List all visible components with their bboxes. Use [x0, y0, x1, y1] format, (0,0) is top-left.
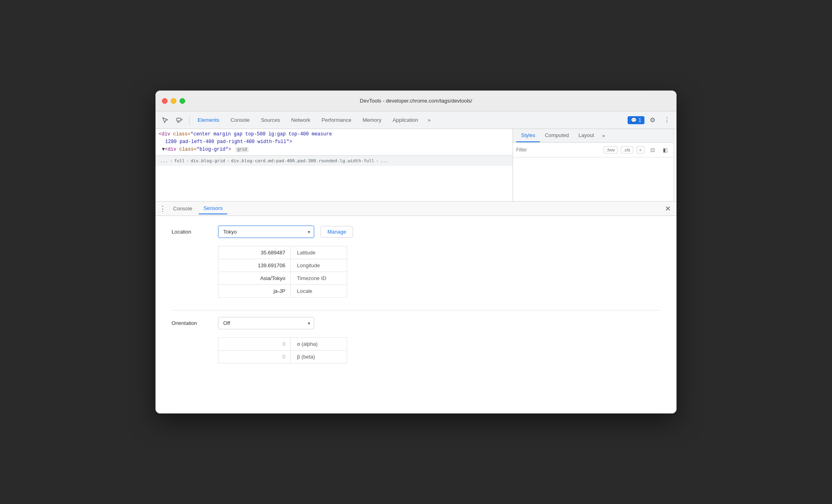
tab-styles[interactable]: Styles — [516, 129, 540, 142]
latitude-value: 35.689487 — [218, 246, 291, 259]
devtools-toolbar: Elements Console Sources Network Perform… — [155, 111, 677, 129]
locale-value: ja-JP — [218, 285, 291, 297]
latitude-row: 35.689487 Latitude — [218, 246, 347, 259]
timezone-label: Timezone ID — [291, 272, 347, 284]
tab-network[interactable]: Network — [287, 115, 315, 125]
title-bar: DevTools - developer.chrome.com/tags/dev… — [155, 91, 677, 111]
alpha-label: α (alpha) — [291, 338, 347, 350]
toggle-sidebar-icon[interactable]: ◧ — [660, 145, 670, 155]
tab-layout[interactable]: Layout — [574, 129, 599, 142]
orientation-select[interactable]: Off Portrait Primary Portrait Secondary … — [218, 317, 314, 329]
sensors-content: Location No override Berlin London Mumba… — [155, 216, 677, 413]
location-label: Location — [172, 229, 212, 235]
dom-line-2: 1280 pad-left-400 pad-right-400 width-fu… — [159, 138, 509, 146]
location-row: Location No override Berlin London Mumba… — [172, 226, 660, 238]
drawer-tab-console[interactable]: Console — [168, 203, 197, 214]
styles-tabs: Styles Computed Layout » — [513, 129, 673, 143]
tab-computed[interactable]: Computed — [540, 129, 574, 142]
longitude-value: 139.691706 — [218, 259, 291, 272]
dom-panel: <div class="center margin gap top-500 lg… — [155, 129, 513, 201]
dom-content: <div class="center margin gap top-500 lg… — [155, 129, 513, 155]
timezone-value: Asia/Tokyo — [218, 272, 291, 284]
locale-row: ja-JP Locale — [218, 284, 347, 298]
tab-performance[interactable]: Performance — [317, 115, 356, 125]
minimize-button[interactable] — [171, 98, 176, 104]
tab-sources[interactable]: Sources — [256, 115, 285, 125]
scrollbar-track[interactable] — [673, 129, 677, 201]
add-style-rule-icon[interactable]: + — [636, 146, 644, 153]
chat-count: 1 — [638, 117, 641, 123]
breadcrumb-end-dots[interactable]: ... — [380, 158, 388, 163]
tab-console[interactable]: Console — [226, 115, 254, 125]
copy-styles-icon[interactable]: ⊡ — [648, 145, 657, 155]
locale-label: Locale — [291, 285, 347, 297]
close-drawer-button[interactable]: ✕ — [662, 203, 673, 214]
cls-button[interactable]: .cls — [621, 146, 633, 153]
orientation-row: Orientation Off Portrait Primary Portrai… — [172, 317, 660, 329]
tab-memory[interactable]: Memory — [358, 115, 386, 125]
longitude-label: Longitude — [291, 259, 347, 272]
breadcrumb-full[interactable]: full — [174, 158, 185, 163]
latitude-label: Latitude — [291, 246, 347, 259]
devtools-window: DevTools - developer.chrome.com/tags/dev… — [155, 91, 677, 413]
window-title: DevTools - developer.chrome.com/tags/dev… — [360, 98, 472, 104]
dom-tag: <div — [159, 131, 173, 137]
styles-panel: Styles Computed Layout » :hov .cls + ⊡ ◧ — [513, 129, 673, 201]
svg-rect-0 — [177, 118, 181, 121]
styles-filter-bar: :hov .cls + ⊡ ◧ — [513, 143, 673, 157]
alpha-row: 0 α (alpha) — [218, 337, 347, 351]
orientation-section: Orientation Off Portrait Primary Portrai… — [172, 317, 660, 363]
settings-icon[interactable]: ⚙ — [646, 114, 659, 127]
dom-line-3: ▼<div class="blog-grid"> grid — [159, 146, 509, 153]
element-picker-icon[interactable] — [159, 114, 172, 127]
location-fields-grid: 35.689487 Latitude 139.691706 Longitude … — [218, 246, 347, 297]
section-divider — [172, 310, 660, 310]
fullscreen-button[interactable] — [180, 98, 185, 104]
timezone-row: Asia/Tokyo Timezone ID — [218, 272, 347, 285]
hov-button[interactable]: :hov — [604, 146, 618, 153]
toolbar-separator-1 — [189, 115, 190, 125]
location-section: Location No override Berlin London Mumba… — [172, 226, 660, 297]
more-tabs-icon[interactable]: » — [424, 115, 434, 125]
orientation-label: Orientation — [172, 320, 212, 326]
manage-button[interactable]: Manage — [321, 226, 353, 238]
svg-rect-1 — [182, 119, 182, 120]
tab-application[interactable]: Application — [388, 115, 423, 125]
longitude-row: 139.691706 Longitude — [218, 259, 347, 272]
breadcrumb-blog-card[interactable]: div.blog-card.md:pad-400.pad-300.rounded… — [231, 158, 374, 163]
location-select[interactable]: No override Berlin London Mumbai San Fra… — [218, 226, 314, 238]
chat-icon: 💬 — [631, 117, 637, 123]
styles-more-icon[interactable]: » — [599, 131, 608, 140]
dom-line-1: <div class="center margin gap top-500 lg… — [159, 131, 509, 138]
breadcrumb-blog-grid[interactable]: div.blog-grid — [191, 158, 225, 163]
breadcrumb: ... › full › div.blog-grid › div.blog-ca… — [155, 155, 513, 166]
top-panel: <div class="center margin gap top-500 lg… — [155, 129, 677, 201]
drawer-tabs: ⋮ Console Sensors ✕ — [155, 202, 677, 216]
device-mode-icon[interactable] — [173, 114, 186, 127]
drawer-tabs-more-icon[interactable]: ⋮ — [159, 205, 167, 213]
breadcrumb-dots[interactable]: ... — [160, 158, 168, 163]
close-button[interactable] — [162, 98, 168, 104]
grid-badge: grid — [236, 147, 248, 152]
beta-value: 0 — [218, 351, 291, 363]
more-options-icon[interactable]: ⋮ — [660, 114, 673, 127]
bottom-drawer: ⋮ Console Sensors ✕ Location No override… — [155, 201, 677, 413]
traffic-lights — [162, 98, 185, 104]
beta-row: 0 β (beta) — [218, 350, 347, 363]
toolbar-right: 💬 1 ⚙ ⋮ — [628, 114, 673, 127]
tab-elements[interactable]: Elements — [193, 115, 224, 125]
alpha-value: 0 — [218, 338, 291, 350]
location-select-wrapper: No override Berlin London Mumbai San Fra… — [218, 226, 314, 238]
drawer-tab-sensors[interactable]: Sensors — [199, 203, 228, 214]
filter-input[interactable] — [516, 147, 600, 153]
orientation-select-wrapper: Off Portrait Primary Portrait Secondary … — [218, 317, 314, 329]
beta-label: β (beta) — [291, 351, 347, 363]
orientation-fields-grid: 0 α (alpha) 0 β (beta) — [218, 337, 347, 363]
chat-badge[interactable]: 💬 1 — [628, 116, 644, 124]
